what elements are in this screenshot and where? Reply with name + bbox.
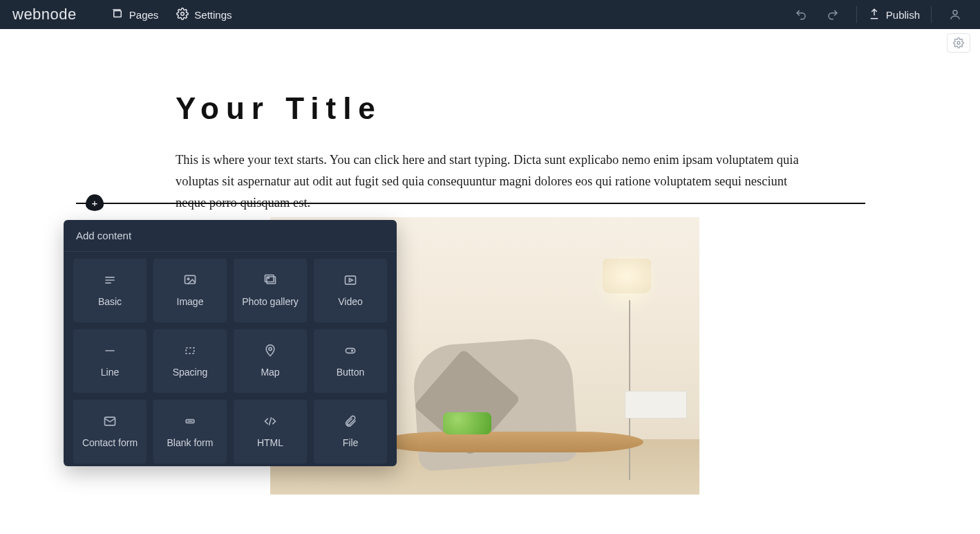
undo-button[interactable] — [789, 2, 813, 27]
svg-point-18 — [352, 350, 353, 351]
add-content-button[interactable]: + — [86, 194, 104, 211]
button-icon — [341, 344, 359, 360]
svg-point-11 — [268, 277, 270, 279]
spacing-icon — [181, 344, 199, 360]
popup-title: Add content — [64, 220, 397, 252]
card-contact-form[interactable]: Contact form — [73, 400, 147, 463]
redo-button[interactable] — [820, 2, 845, 27]
divider — [931, 6, 932, 23]
card-blank-form[interactable]: Blank form — [153, 400, 227, 463]
gallery-icon — [261, 273, 279, 289]
card-video[interactable]: Video — [314, 259, 387, 322]
gear-icon — [176, 8, 189, 22]
video-icon — [341, 273, 359, 289]
top-right: Publish — [789, 2, 968, 27]
map-icon — [261, 344, 279, 360]
card-label: Blank form — [167, 437, 214, 449]
popup-scroll[interactable]: Basic Image Photo gallery Video Line Spa — [64, 252, 397, 466]
paragraph-1[interactable]: This is where your text starts. You can … — [176, 149, 804, 214]
card-label: Basic — [98, 296, 122, 308]
card-label: Map — [261, 367, 279, 378]
card-spacing[interactable]: Spacing — [153, 329, 227, 393]
upload-icon — [868, 8, 880, 22]
settings-label: Settings — [194, 9, 232, 21]
svg-rect-12 — [346, 276, 356, 284]
image-icon — [181, 273, 199, 289]
publish-label: Publish — [886, 9, 920, 21]
svg-point-1 — [181, 12, 185, 15]
card-map[interactable]: Map — [234, 329, 307, 393]
card-label: Video — [338, 296, 363, 308]
card-basic[interactable]: Basic — [73, 259, 147, 322]
publish-button[interactable]: Publish — [868, 8, 920, 22]
nav-items: Pages Settings — [111, 8, 232, 22]
card-label: Spacing — [173, 367, 208, 378]
card-label: Image — [177, 296, 204, 308]
insert-divider: + — [76, 203, 865, 204]
card-button[interactable]: Button — [314, 329, 387, 393]
card-label: Line — [101, 367, 119, 378]
pages-nav[interactable]: Pages — [111, 8, 159, 22]
card-label: Contact form — [82, 437, 138, 449]
pages-icon — [111, 8, 124, 22]
svg-rect-0 — [114, 10, 122, 17]
card-label: Photo gallery — [242, 296, 299, 308]
card-line[interactable]: Line — [73, 329, 147, 393]
divider — [856, 6, 857, 23]
card-html[interactable]: HTML — [234, 400, 307, 463]
card-file[interactable]: File — [314, 400, 387, 463]
card-label: HTML — [257, 437, 283, 449]
line-icon — [101, 344, 119, 360]
account-button[interactable] — [943, 2, 968, 27]
top-bar: webnode Pages Settings Publish — [0, 0, 980, 29]
form-icon — [181, 414, 199, 430]
svg-point-22 — [190, 421, 191, 422]
svg-marker-13 — [349, 279, 352, 282]
svg-rect-15 — [186, 348, 194, 353]
svg-point-21 — [188, 421, 189, 422]
settings-nav[interactable]: Settings — [176, 8, 232, 22]
page-content: Your Title This is where your text start… — [0, 29, 980, 214]
logo: webnode — [12, 6, 77, 24]
svg-rect-17 — [346, 349, 355, 353]
svg-line-24 — [269, 417, 271, 425]
popup-grid: Basic Image Photo gallery Video Line Spa — [73, 259, 387, 463]
page-settings-button[interactable] — [947, 33, 970, 53]
card-photo-gallery[interactable]: Photo gallery — [234, 259, 307, 322]
svg-point-23 — [191, 421, 192, 422]
card-label: Button — [337, 367, 364, 378]
paperclip-icon — [341, 414, 359, 430]
basic-icon — [101, 273, 119, 289]
add-content-popup: Add content Basic Image Photo gallery Vi… — [64, 220, 397, 466]
card-image[interactable]: Image — [153, 259, 227, 322]
pages-label: Pages — [129, 9, 159, 21]
svg-point-16 — [269, 348, 272, 351]
card-label: File — [343, 437, 359, 449]
svg-point-8 — [187, 278, 189, 280]
divider-line — [76, 203, 865, 204]
code-icon — [261, 414, 279, 430]
svg-point-2 — [953, 10, 957, 15]
page-title[interactable]: Your Title — [176, 91, 804, 126]
svg-point-3 — [957, 42, 960, 44]
mail-icon — [101, 414, 119, 430]
